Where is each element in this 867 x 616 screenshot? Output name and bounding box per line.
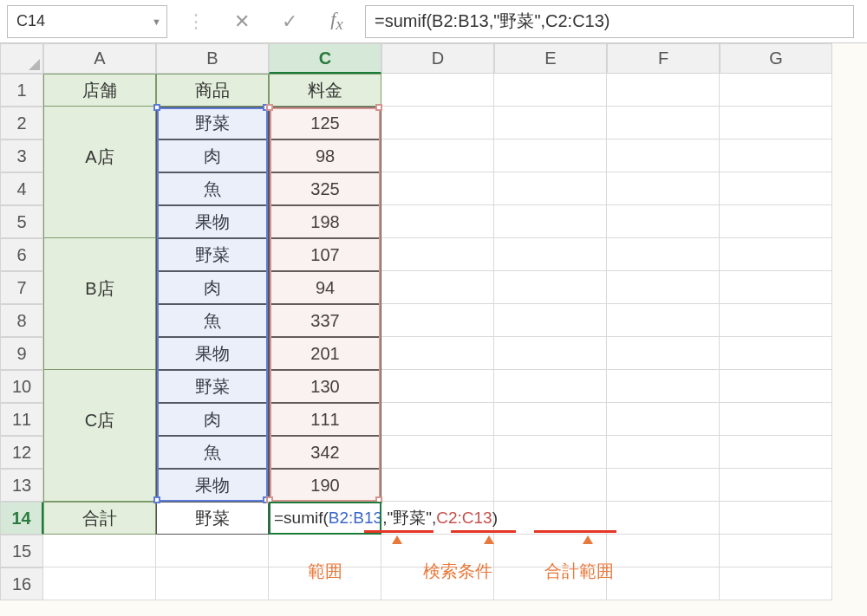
- worksheet[interactable]: ABCDEFG1店舗商品料金2野菜1253肉984魚3255果物1986野菜10…: [0, 43, 867, 600]
- cell[interactable]: [494, 469, 607, 502]
- price-cell[interactable]: 130: [269, 370, 381, 403]
- cell[interactable]: [720, 436, 832, 469]
- product-cell[interactable]: 果物: [156, 337, 269, 370]
- product-cell[interactable]: 肉: [156, 139, 269, 172]
- cell[interactable]: [494, 271, 607, 304]
- price-cell[interactable]: 94: [269, 271, 381, 304]
- summary-label[interactable]: 合計: [43, 502, 156, 535]
- column-header[interactable]: F: [607, 43, 720, 74]
- name-box[interactable]: C14 ▼: [7, 5, 167, 38]
- cell[interactable]: [607, 238, 720, 271]
- cell[interactable]: [607, 535, 720, 567]
- cell[interactable]: [156, 567, 269, 600]
- cell[interactable]: [381, 469, 494, 502]
- cell[interactable]: [607, 436, 720, 469]
- cell[interactable]: [607, 337, 720, 370]
- cell[interactable]: [43, 337, 156, 370]
- cell[interactable]: [381, 370, 494, 403]
- cell[interactable]: [381, 271, 494, 304]
- cell[interactable]: [494, 172, 607, 205]
- cell[interactable]: [381, 304, 494, 337]
- row-header[interactable]: 7: [0, 271, 43, 304]
- fx-icon[interactable]: fx: [313, 8, 361, 34]
- row-header[interactable]: 2: [0, 107, 43, 139]
- row-header[interactable]: 12: [0, 436, 43, 469]
- row-header[interactable]: 9: [0, 337, 43, 370]
- cell[interactable]: [607, 74, 720, 107]
- cell[interactable]: [607, 370, 720, 403]
- cell[interactable]: [494, 107, 607, 139]
- cancel-icon[interactable]: ✕: [218, 10, 265, 33]
- cell[interactable]: [381, 74, 494, 107]
- column-header[interactable]: E: [494, 43, 607, 74]
- cell[interactable]: [494, 436, 607, 469]
- cell[interactable]: [720, 139, 832, 172]
- cell[interactable]: [381, 205, 494, 238]
- cell[interactable]: [43, 436, 156, 469]
- formula-bar[interactable]: =sumif(B2:B13,"野菜",C2:C13): [365, 5, 854, 38]
- cell[interactable]: [381, 172, 494, 205]
- cell[interactable]: [720, 271, 832, 304]
- cell[interactable]: [43, 304, 156, 337]
- product-cell[interactable]: 果物: [156, 205, 269, 238]
- cell[interactable]: [494, 205, 607, 238]
- cell[interactable]: [720, 337, 832, 370]
- column-header[interactable]: C: [269, 43, 381, 74]
- cell[interactable]: [43, 535, 156, 567]
- cell[interactable]: [720, 172, 832, 205]
- row-header[interactable]: 10: [0, 370, 43, 403]
- row-header[interactable]: 14: [0, 502, 43, 535]
- cell[interactable]: [43, 107, 156, 139]
- price-cell[interactable]: 107: [269, 238, 381, 271]
- cell[interactable]: [494, 337, 607, 370]
- header-store[interactable]: 店舗: [43, 74, 156, 107]
- cell[interactable]: [720, 567, 832, 600]
- cell[interactable]: [607, 469, 720, 502]
- product-cell[interactable]: 魚: [156, 304, 269, 337]
- product-cell[interactable]: 野菜: [156, 107, 269, 139]
- cell[interactable]: [607, 304, 720, 337]
- price-cell[interactable]: 98: [269, 139, 381, 172]
- row-header[interactable]: 1: [0, 74, 43, 107]
- cell[interactable]: [607, 205, 720, 238]
- row-header[interactable]: 6: [0, 238, 43, 271]
- product-cell[interactable]: 果物: [156, 469, 269, 502]
- cell[interactable]: [156, 535, 269, 567]
- cell[interactable]: [720, 304, 832, 337]
- cell[interactable]: [494, 74, 607, 107]
- column-header[interactable]: D: [381, 43, 494, 74]
- cell[interactable]: [43, 469, 156, 502]
- row-header[interactable]: 16: [0, 567, 43, 600]
- product-cell[interactable]: 肉: [156, 271, 269, 304]
- cell[interactable]: [607, 271, 720, 304]
- cell[interactable]: [720, 205, 832, 238]
- cell[interactable]: [381, 436, 494, 469]
- cell[interactable]: [43, 567, 156, 600]
- cell[interactable]: [381, 139, 494, 172]
- row-header[interactable]: 15: [0, 535, 43, 567]
- cell[interactable]: [720, 469, 832, 502]
- price-cell[interactable]: 125: [269, 107, 381, 139]
- row-header[interactable]: 11: [0, 403, 43, 436]
- row-header[interactable]: 3: [0, 139, 43, 172]
- row-header[interactable]: 4: [0, 172, 43, 205]
- cell[interactable]: [607, 502, 720, 535]
- range-handle[interactable]: [375, 104, 382, 111]
- cell[interactable]: [494, 370, 607, 403]
- price-cell[interactable]: 325: [269, 172, 381, 205]
- cell[interactable]: [720, 74, 832, 107]
- cell[interactable]: [720, 502, 832, 535]
- range-handle[interactable]: [153, 104, 160, 111]
- column-header[interactable]: B: [156, 43, 269, 74]
- price-cell[interactable]: 201: [269, 337, 381, 370]
- cell[interactable]: [607, 567, 720, 600]
- product-cell[interactable]: 野菜: [156, 238, 269, 271]
- product-cell[interactable]: 野菜: [156, 370, 269, 403]
- cell[interactable]: [43, 172, 156, 205]
- cell[interactable]: [720, 535, 832, 567]
- cell[interactable]: [607, 403, 720, 436]
- cell[interactable]: [720, 107, 832, 139]
- range-handle[interactable]: [153, 496, 160, 503]
- cell[interactable]: [43, 238, 156, 271]
- price-cell[interactable]: 337: [269, 304, 381, 337]
